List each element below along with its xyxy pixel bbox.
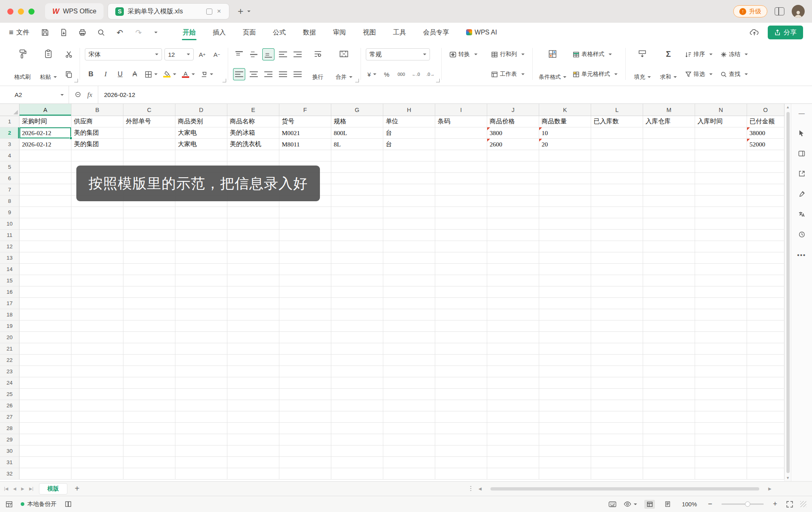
cell-I11[interactable]: [435, 230, 487, 241]
cell-M14[interactable]: [643, 264, 695, 275]
cell-M7[interactable]: [643, 184, 695, 196]
cell-A21[interactable]: [19, 343, 71, 355]
sheet-tab-template[interactable]: 模版: [39, 483, 67, 495]
cell-H7[interactable]: [383, 184, 435, 196]
cell-J5[interactable]: [487, 161, 539, 173]
cell-G22[interactable]: [331, 355, 383, 366]
cell-C2[interactable]: [123, 127, 175, 139]
cell-C31[interactable]: [123, 457, 175, 468]
cell-L21[interactable]: [591, 343, 643, 355]
cell-N28[interactable]: [695, 423, 747, 434]
cell-K19[interactable]: [539, 321, 591, 332]
cell-M1[interactable]: 入库仓库: [643, 116, 695, 127]
alignment-dialog-launcher[interactable]: [355, 79, 359, 82]
cell-I10[interactable]: [435, 218, 487, 230]
cell-O5[interactable]: [747, 161, 784, 173]
cell-D29[interactable]: [175, 434, 227, 445]
cell-B11[interactable]: [71, 230, 123, 241]
cell-O6[interactable]: [747, 173, 784, 184]
cell-D17[interactable]: [175, 298, 227, 309]
cell-D21[interactable]: [175, 343, 227, 355]
cell-F29[interactable]: [279, 434, 331, 445]
cell-K21[interactable]: [539, 343, 591, 355]
column-header-I[interactable]: I: [435, 104, 487, 116]
cell-I24[interactable]: [435, 377, 487, 389]
cell-M18[interactable]: [643, 309, 695, 321]
cell-L10[interactable]: [591, 218, 643, 230]
cell-E25[interactable]: [227, 389, 279, 400]
cell-A9[interactable]: [19, 207, 71, 218]
cell-H3[interactable]: 台: [383, 139, 435, 150]
cell-H4[interactable]: [383, 150, 435, 161]
cell-E15[interactable]: [227, 275, 279, 286]
cell-J2[interactable]: 3800: [487, 127, 539, 139]
cell-E24[interactable]: [227, 377, 279, 389]
font-size-select[interactable]: 12: [164, 48, 194, 60]
cell-O13[interactable]: [747, 252, 784, 264]
row-header-8[interactable]: 8: [0, 196, 19, 207]
cell-M27[interactable]: [643, 411, 695, 423]
cell-O27[interactable]: [747, 411, 784, 423]
cell-K23[interactable]: [539, 366, 591, 377]
cell-K8[interactable]: [539, 196, 591, 207]
cell-K11[interactable]: [539, 230, 591, 241]
cell-L12[interactable]: [591, 241, 643, 252]
row-header-24[interactable]: 24: [0, 377, 19, 389]
cell-I5[interactable]: [435, 161, 487, 173]
cell-M26[interactable]: [643, 400, 695, 411]
cell-H14[interactable]: [383, 264, 435, 275]
normal-view-button[interactable]: [644, 500, 655, 509]
cell-M5[interactable]: [643, 161, 695, 173]
cell-E21[interactable]: [227, 343, 279, 355]
cell-F17[interactable]: [279, 298, 331, 309]
row-header-25[interactable]: 25: [0, 389, 19, 400]
cell-D24[interactable]: [175, 377, 227, 389]
cell-A25[interactable]: [19, 389, 71, 400]
paste-button[interactable]: 粘贴: [37, 45, 60, 82]
cell-I13[interactable]: [435, 252, 487, 264]
cell-C17[interactable]: [123, 298, 175, 309]
cell-A10[interactable]: [19, 218, 71, 230]
tab-formula[interactable]: 公式: [272, 24, 287, 41]
row-header-12[interactable]: 12: [0, 241, 19, 252]
cell-M23[interactable]: [643, 366, 695, 377]
cell-M15[interactable]: [643, 275, 695, 286]
cell-H23[interactable]: [383, 366, 435, 377]
cell-K28[interactable]: [539, 423, 591, 434]
cell-N19[interactable]: [695, 321, 747, 332]
cell-C13[interactable]: [123, 252, 175, 264]
underline-button[interactable]: U: [114, 68, 126, 80]
format-painter-button[interactable]: 格式刷: [11, 45, 34, 82]
justify-button[interactable]: [277, 68, 289, 80]
cell-L19[interactable]: [591, 321, 643, 332]
tab-data[interactable]: 数据: [302, 24, 317, 41]
cell-D10[interactable]: [175, 218, 227, 230]
cell-B9[interactable]: [71, 207, 123, 218]
cell-E2[interactable]: 美的冰箱: [227, 127, 279, 139]
cell-O22[interactable]: [747, 355, 784, 366]
cell-G21[interactable]: [331, 343, 383, 355]
cell-K3[interactable]: 20: [539, 139, 591, 150]
cell-H10[interactable]: [383, 218, 435, 230]
translate-icon[interactable]: [797, 209, 807, 219]
cell-K31[interactable]: [539, 457, 591, 468]
tab-wps-ai[interactable]: WPS AI: [465, 25, 498, 40]
cell-J7[interactable]: [487, 184, 539, 196]
cell-O15[interactable]: [747, 275, 784, 286]
column-header-N[interactable]: N: [695, 104, 747, 116]
freeze-panes-button[interactable]: 冻结: [718, 48, 751, 60]
cell-J27[interactable]: [487, 411, 539, 423]
row-header-27[interactable]: 27: [0, 411, 19, 423]
row-header-4[interactable]: 4: [0, 150, 19, 161]
row-header-22[interactable]: 22: [0, 355, 19, 366]
column-header-J[interactable]: J: [487, 104, 539, 116]
cell-O10[interactable]: [747, 218, 784, 230]
formula-input[interactable]: 2026-02-12: [98, 91, 135, 98]
cell-I9[interactable]: [435, 207, 487, 218]
cell-K16[interactable]: [539, 286, 591, 298]
align-center-button[interactable]: [248, 68, 260, 80]
cell-N11[interactable]: [695, 230, 747, 241]
cell-B26[interactable]: [71, 400, 123, 411]
cell-F24[interactable]: [279, 377, 331, 389]
row-header-16[interactable]: 16: [0, 286, 19, 298]
